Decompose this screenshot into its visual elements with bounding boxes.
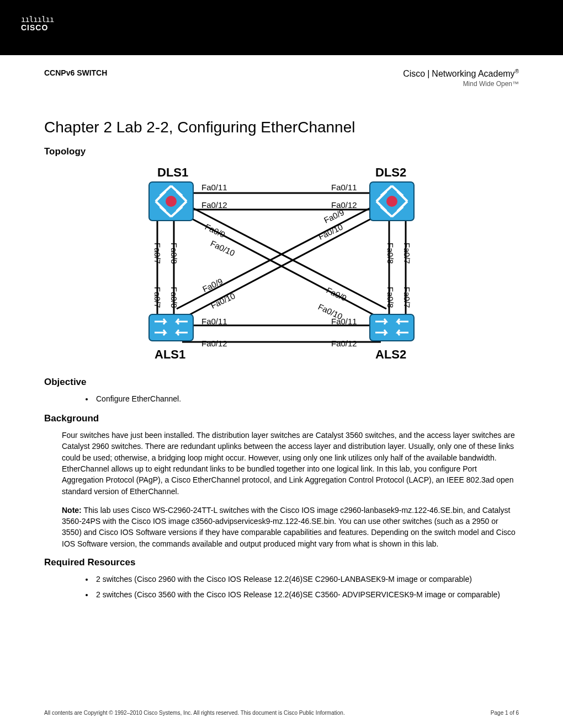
port-label: Fa0/11 [331, 183, 357, 192]
device-label: DLS2 [375, 165, 406, 179]
port-label: Fa0/7 [153, 287, 162, 308]
list-item: Configure EtherChannel. [94, 393, 519, 405]
l2-switch-icon [370, 314, 414, 341]
port-label: Fa0/11 [201, 317, 227, 326]
topology-diagram: DLS1 DLS2 ALS1 ALS2 Fa0/11 Fa0/11 Fa0/12… [44, 163, 519, 367]
port-label: Fa0/9 [201, 276, 224, 294]
svg-rect-16 [149, 314, 193, 341]
footer-page: Page 1 of 6 [491, 710, 519, 716]
l3-switch-icon [149, 182, 193, 221]
objective-list: Configure EtherChannel. [94, 393, 519, 405]
footer-copyright: All contents are Copyright © 1992–2010 C… [44, 710, 345, 716]
port-label: Fa0/10 [317, 302, 344, 322]
port-label: Fa0/8 [169, 243, 179, 264]
port-label: Fa0/8 [169, 287, 179, 308]
port-label: Fa0/12 [201, 339, 227, 348]
port-label: Fa0/10 [317, 222, 344, 242]
note-body: This lab uses Cisco WS-C2960-24TT-L swit… [62, 506, 516, 548]
device-label: DLS1 [157, 165, 188, 179]
required-list: 2 switches (Cisco 2960 with the Cisco IO… [94, 574, 519, 601]
svg-point-15 [386, 196, 397, 207]
page-title: Chapter 2 Lab 2-2, Configuring EtherChan… [44, 119, 519, 136]
port-label: Fa0/11 [201, 183, 227, 192]
port-label: Fa0/7 [153, 243, 162, 264]
device-label: ALS1 [155, 347, 185, 361]
port-label: Fa0/12 [201, 200, 227, 210]
l3-switch-icon [370, 182, 414, 221]
na-tagline: Mind Wide Open™ [403, 80, 519, 88]
background-paragraph: Four switches have just been installed. … [62, 430, 519, 497]
section-required: Required Resources [44, 557, 519, 568]
device-label: ALS2 [375, 347, 406, 361]
port-label: Fa0/10 [209, 291, 237, 311]
cisco-logo-text: CISCO [21, 24, 563, 32]
l2-switch-icon [149, 314, 193, 341]
section-background: Background [44, 413, 519, 424]
na-reg: ® [515, 68, 519, 74]
page-footer: All contents are Copyright © 1992–2010 C… [44, 710, 519, 716]
port-label: Fa0/7 [402, 243, 412, 264]
svg-point-13 [166, 196, 177, 207]
na-text: Networking Academy [432, 69, 514, 78]
doc-tag: CCNPv6 SWITCH [44, 68, 107, 77]
note-lead: Note: [62, 506, 82, 515]
port-label: Fa0/12 [331, 339, 357, 348]
svg-rect-17 [370, 314, 414, 341]
port-label: Fa0/10 [209, 239, 237, 258]
networking-academy-logo: Cisco|Networking Academy® Mind Wide Open… [403, 68, 519, 88]
na-cisco: Cisco [403, 69, 425, 78]
port-label: Fa0/12 [331, 200, 357, 210]
cisco-logo-bars: ıılıılıı [21, 15, 563, 24]
list-item: 2 switches (Cisco 3560 with the Cisco IO… [94, 589, 519, 601]
svg-line-9 [190, 207, 386, 309]
header-banner: ıılıılıı CISCO [0, 0, 563, 55]
section-objective: Objective [44, 377, 519, 388]
cisco-logo: ıılıılıı CISCO [21, 15, 563, 33]
background-note: Note: This lab uses Cisco WS-C2960-24TT-… [62, 505, 519, 549]
port-label: Fa0/7 [402, 287, 412, 308]
port-label: Fa0/8 [386, 287, 395, 308]
list-item: 2 switches (Cisco 2960 with the Cisco IO… [94, 574, 519, 586]
section-topology: Topology [44, 146, 519, 157]
port-label: Fa0/8 [386, 243, 395, 264]
